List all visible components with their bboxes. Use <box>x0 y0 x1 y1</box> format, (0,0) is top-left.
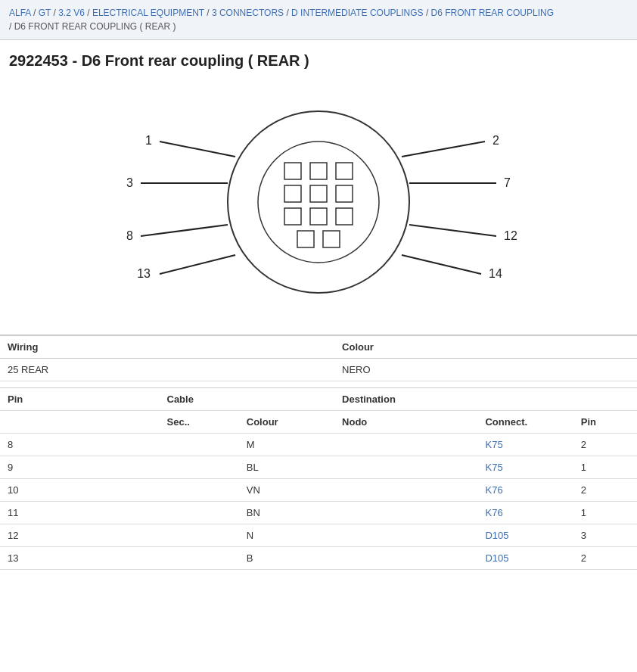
row-sec <box>160 479 239 502</box>
svg-line-17 <box>141 225 228 236</box>
row-colour: B <box>239 547 334 570</box>
svg-rect-7 <box>336 185 353 202</box>
breadcrumb-current: D6 FRONT REAR COUPLING ( REAR ) <box>14 21 176 32</box>
table-row: 12 N D105 3 <box>0 524 637 547</box>
row-dest-pin: 3 <box>573 524 637 547</box>
wiring-col-header: Wiring <box>0 335 160 359</box>
dest-col-header: Colour <box>334 335 477 359</box>
pin-col-header <box>573 335 637 359</box>
breadcrumb: ALFA / GT / 3.2 V6 / ELECTRICAL EQUIPMEN… <box>0 0 637 40</box>
row-dest-pin: 1 <box>573 502 637 524</box>
breadcrumb-electrical[interactable]: ELECTRICAL EQUIPMENT <box>92 8 204 18</box>
table-row: 9 BL K75 1 <box>0 456 637 479</box>
svg-rect-11 <box>297 231 314 247</box>
wiring-header-row: Wiring Colour <box>0 335 637 359</box>
svg-rect-5 <box>284 185 301 202</box>
row-pin: 8 <box>0 434 160 456</box>
svg-line-13 <box>160 142 235 157</box>
separator-row <box>0 381 637 388</box>
svg-text:3: 3 <box>126 176 133 189</box>
colour-subheader: Colour <box>239 411 334 434</box>
svg-text:12: 12 <box>504 229 517 242</box>
row-pin: 10 <box>0 479 160 502</box>
row-connect[interactable]: K76 <box>477 479 573 502</box>
row-nodo <box>334 547 477 570</box>
svg-line-19 <box>160 255 235 274</box>
cable-main-header: Cable <box>160 388 335 411</box>
svg-rect-3 <box>310 163 327 179</box>
row-connect[interactable]: K75 <box>477 434 573 456</box>
row-sec <box>160 456 239 479</box>
row-sec <box>160 434 239 456</box>
connector-svg: 1 3 8 13 2 7 12 14 <box>84 85 553 319</box>
row-pin: 13 <box>0 547 160 570</box>
colour-col-header <box>239 335 334 359</box>
row-connect[interactable]: D105 <box>477 524 573 547</box>
svg-rect-6 <box>310 185 327 202</box>
row-sec <box>160 547 239 570</box>
svg-line-21 <box>402 142 485 157</box>
destination-main-header: Destination <box>334 388 637 411</box>
table-row: 8 M K75 2 <box>0 434 637 456</box>
breadcrumb-gt[interactable]: GT <box>39 8 51 18</box>
breadcrumb-alfa[interactable]: ALFA <box>9 8 31 18</box>
wiring-value: 25 REAR <box>0 359 160 381</box>
row-dest-pin: 2 <box>573 434 637 456</box>
row-colour: N <box>239 524 334 547</box>
connect-col-header <box>477 335 573 359</box>
row-pin: 9 <box>0 456 160 479</box>
row-sec <box>160 502 239 524</box>
table-row: 13 B D105 2 <box>0 547 637 570</box>
svg-text:8: 8 <box>126 229 133 242</box>
pin-dest-header-row: Pin Cable Destination <box>0 388 637 411</box>
nodo-subheader: Nodo <box>334 411 477 434</box>
svg-text:1: 1 <box>145 134 152 147</box>
row-connect[interactable]: K75 <box>477 456 573 479</box>
row-nodo <box>334 524 477 547</box>
svg-rect-8 <box>284 208 301 225</box>
row-colour: BL <box>239 456 334 479</box>
pin-subheader: Pin <box>573 411 637 434</box>
breadcrumb-connectors[interactable]: 3 CONNECTORS <box>212 8 284 18</box>
table-row: 11 BN K76 1 <box>0 502 637 524</box>
breadcrumb-d6front[interactable]: D6 FRONT REAR COUPLING <box>431 8 554 18</box>
table-row: 10 VN K76 2 <box>0 479 637 502</box>
row-sec <box>160 524 239 547</box>
data-table: Wiring Colour 25 REAR NERO Pin Cable Des… <box>0 334 637 570</box>
svg-text:14: 14 <box>489 267 502 280</box>
row-pin: 12 <box>0 524 160 547</box>
svg-rect-10 <box>336 208 353 225</box>
page-title: 2922453 - D6 Front rear coupling ( REAR … <box>0 40 637 77</box>
svg-rect-2 <box>284 163 301 179</box>
svg-line-27 <box>402 255 481 274</box>
row-dest-pin: 2 <box>573 479 637 502</box>
row-nodo <box>334 502 477 524</box>
row-pin: 11 <box>0 502 160 524</box>
svg-rect-9 <box>310 208 327 225</box>
row-nodo <box>334 434 477 456</box>
breadcrumb-intermediate[interactable]: D INTERMEDIATE COUPLINGS <box>291 8 423 18</box>
row-connect[interactable]: K76 <box>477 502 573 524</box>
connect-subheader: Connect. <box>477 411 573 434</box>
row-colour: BN <box>239 502 334 524</box>
svg-text:13: 13 <box>137 267 151 280</box>
svg-line-25 <box>409 225 496 236</box>
wiring-value-row: 25 REAR NERO <box>0 359 637 381</box>
row-connect[interactable]: D105 <box>477 547 573 570</box>
row-nodo <box>334 456 477 479</box>
pin-main-header: Pin <box>0 388 160 411</box>
svg-rect-12 <box>323 231 340 247</box>
colour-value: NERO <box>334 359 477 381</box>
row-dest-pin: 1 <box>573 456 637 479</box>
row-nodo <box>334 479 477 502</box>
svg-text:2: 2 <box>493 134 499 147</box>
sub-header-row: Sec.. Colour Nodo Connect. Pin <box>0 411 637 434</box>
row-colour: M <box>239 434 334 456</box>
sec-subheader: Sec.. <box>160 411 239 434</box>
row-colour: VN <box>239 479 334 502</box>
row-dest-pin: 2 <box>573 547 637 570</box>
breadcrumb-32v6[interactable]: 3.2 V6 <box>58 8 85 18</box>
sec-col-header <box>160 335 239 359</box>
svg-text:7: 7 <box>504 176 511 189</box>
connector-diagram: 1 3 8 13 2 7 12 14 <box>0 77 637 334</box>
